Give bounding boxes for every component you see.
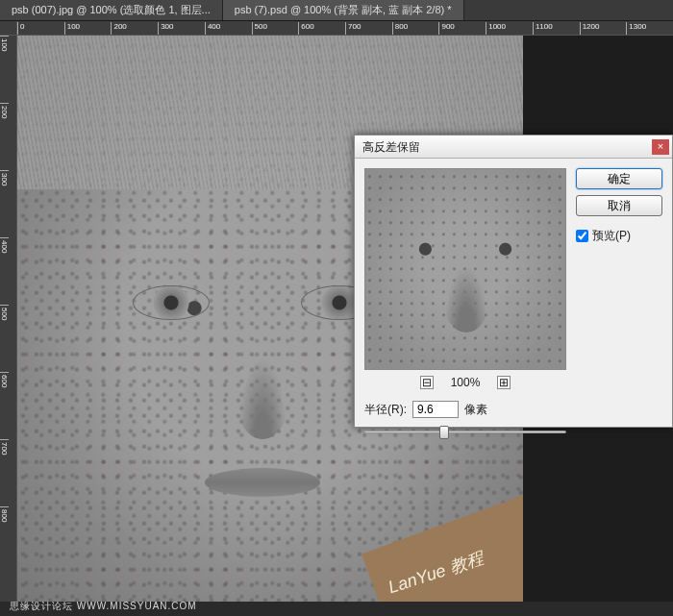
slider-thumb[interactable] bbox=[439, 426, 449, 439]
image-detail bbox=[442, 260, 490, 333]
filter-preview[interactable] bbox=[364, 168, 566, 370]
tutorial-ribbon bbox=[361, 488, 523, 604]
zoom-out-button[interactable]: ⊟ bbox=[420, 376, 434, 389]
ok-button[interactable]: 确定 bbox=[576, 168, 662, 189]
preview-checkbox[interactable] bbox=[576, 230, 588, 242]
zoom-in-button[interactable]: ⊞ bbox=[497, 376, 511, 389]
close-icon[interactable]: × bbox=[652, 139, 669, 155]
document-tabs: psb (007).jpg @ 100% (选取颜色 1, 图层... psb … bbox=[0, 0, 673, 21]
watermark-text: 思缘设计论坛 WWW.MISSYUAN.COM bbox=[10, 600, 197, 613]
radius-input[interactable] bbox=[412, 401, 459, 418]
dialog-title-text: 高反差保留 bbox=[362, 139, 420, 154]
preview-checkbox-row[interactable]: 预览(P) bbox=[576, 228, 662, 244]
image-detail bbox=[205, 468, 320, 497]
ruler-vertical[interactable]: 100200300400500600700800 bbox=[0, 36, 17, 602]
image-detail bbox=[234, 343, 291, 439]
radius-label: 半径(R): bbox=[364, 402, 407, 418]
cancel-button[interactable]: 取消 bbox=[576, 195, 662, 216]
radius-slider[interactable] bbox=[364, 424, 566, 439]
tab-doc-0[interactable]: psb (007).jpg @ 100% (选取颜色 1, 图层... bbox=[0, 0, 223, 20]
image-detail bbox=[133, 285, 210, 320]
high-pass-dialog: 高反差保留 × ⊟ 100% ⊞ 确定 取消 预览(P) 半径(R): 像素 bbox=[354, 135, 673, 428]
dialog-titlebar[interactable]: 高反差保留 × bbox=[355, 136, 672, 159]
slider-track bbox=[364, 431, 566, 433]
ruler-horizontal[interactable]: 0100200300400500600700800900100011001200… bbox=[17, 21, 673, 36]
zoom-percent: 100% bbox=[451, 376, 481, 389]
preview-checkbox-label: 预览(P) bbox=[592, 228, 631, 244]
radius-unit: 像素 bbox=[464, 402, 487, 418]
ruler-origin[interactable] bbox=[0, 21, 17, 36]
tab-doc-1[interactable]: psb (7).psd @ 100% (背景 副本, 蓝 副本 2/8) * bbox=[223, 0, 464, 20]
